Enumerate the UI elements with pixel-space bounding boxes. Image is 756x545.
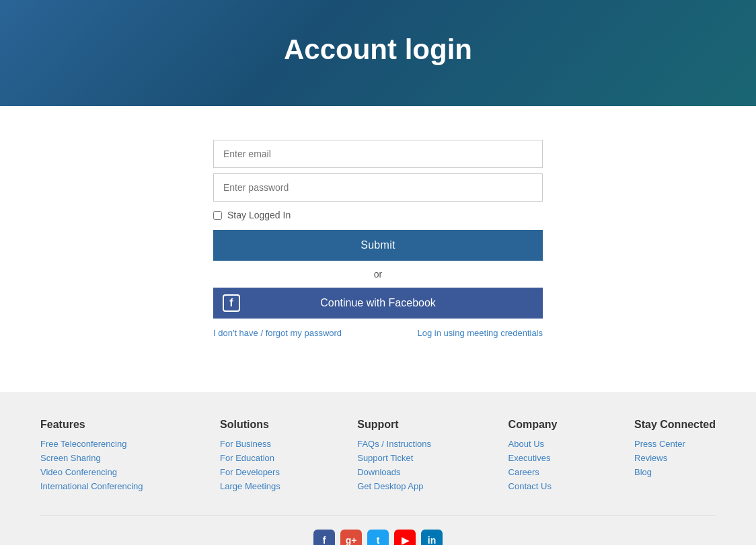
- footer-link-press[interactable]: Press Center: [634, 439, 716, 449]
- footer-link-contact[interactable]: Contact Us: [508, 481, 558, 491]
- footer-link-careers[interactable]: Careers: [508, 467, 558, 477]
- footer-link-downloads[interactable]: Downloads: [357, 467, 431, 477]
- footer-link-video-conferencing[interactable]: Video Conferencing: [40, 467, 143, 477]
- stay-logged-checkbox[interactable]: [213, 211, 222, 220]
- main-content: Stay Logged In Submit or f Continue with…: [0, 106, 756, 392]
- twitter-social-icon[interactable]: t: [367, 530, 389, 545]
- footer-link-screen-sharing[interactable]: Screen Sharing: [40, 453, 143, 463]
- email-field[interactable]: [213, 140, 543, 168]
- social-icons-row: f g+ t ▶ in: [40, 530, 716, 545]
- footer-link-about[interactable]: About Us: [508, 439, 558, 449]
- footer-link-faqs[interactable]: FAQs / Instructions: [357, 439, 431, 449]
- footer-link-executives[interactable]: Executives: [508, 453, 558, 463]
- footer-col-stay-connected: Stay Connected Press Center Reviews Blog: [634, 419, 716, 495]
- footer-col-solutions-heading: Solutions: [220, 419, 280, 431]
- bottom-links-row: I don't have / forgot my password Log in…: [213, 328, 543, 338]
- footer-link-developers[interactable]: For Developers: [220, 467, 280, 477]
- footer-col-features-heading: Features: [40, 419, 143, 431]
- submit-button[interactable]: Submit: [213, 230, 543, 261]
- or-divider: or: [213, 269, 543, 280]
- footer: Features Free Teleconferencing Screen Sh…: [0, 392, 756, 545]
- googleplus-social-icon[interactable]: g+: [340, 530, 362, 545]
- footer-link-desktop-app[interactable]: Get Desktop App: [357, 481, 431, 491]
- footer-col-connected-heading: Stay Connected: [634, 419, 716, 431]
- facebook-button-label: Continue with Facebook: [320, 297, 436, 309]
- footer-col-company-heading: Company: [508, 419, 558, 431]
- page-header: Account login: [0, 0, 756, 106]
- youtube-social-icon[interactable]: ▶: [394, 530, 416, 545]
- forgot-password-link[interactable]: I don't have / forgot my password: [213, 328, 342, 338]
- footer-link-support-ticket[interactable]: Support Ticket: [357, 453, 431, 463]
- password-field[interactable]: [213, 173, 543, 202]
- footer-link-reviews[interactable]: Reviews: [634, 453, 716, 463]
- facebook-button[interactable]: f Continue with Facebook: [213, 288, 543, 319]
- footer-link-blog[interactable]: Blog: [634, 467, 716, 477]
- linkedin-social-icon[interactable]: in: [421, 530, 443, 545]
- stay-logged-row: Stay Logged In: [213, 210, 543, 220]
- footer-col-features: Features Free Teleconferencing Screen Sh…: [40, 419, 143, 495]
- footer-col-support: Support FAQs / Instructions Support Tick…: [357, 419, 431, 495]
- meeting-credentials-link[interactable]: Log in using meeting credentials: [418, 328, 543, 338]
- facebook-icon: f: [223, 294, 240, 312]
- footer-columns: Features Free Teleconferencing Screen Sh…: [40, 419, 716, 495]
- footer-social: f g+ t ▶ in: [40, 515, 716, 545]
- footer-col-company: Company About Us Executives Careers Cont…: [508, 419, 558, 495]
- stay-logged-label: Stay Logged In: [227, 210, 291, 220]
- page-title: Account login: [13, 34, 743, 66]
- footer-link-business[interactable]: For Business: [220, 439, 280, 449]
- login-form: Stay Logged In Submit or f Continue with…: [213, 140, 543, 338]
- footer-link-teleconferencing[interactable]: Free Teleconferencing: [40, 439, 143, 449]
- facebook-social-icon[interactable]: f: [313, 530, 335, 545]
- footer-col-solutions: Solutions For Business For Education For…: [220, 419, 280, 495]
- footer-link-international[interactable]: International Conferencing: [40, 481, 143, 491]
- footer-link-large-meetings[interactable]: Large Meetings: [220, 481, 280, 491]
- footer-link-education[interactable]: For Education: [220, 453, 280, 463]
- footer-col-support-heading: Support: [357, 419, 431, 431]
